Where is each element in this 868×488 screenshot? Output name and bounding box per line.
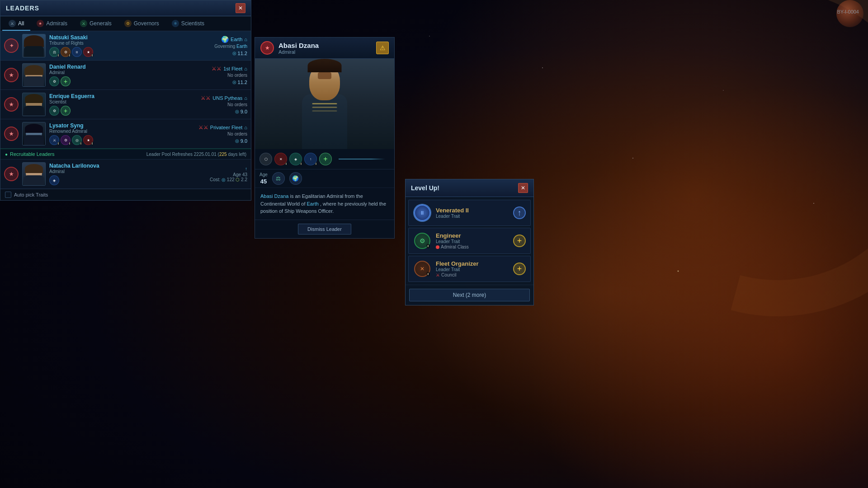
- fleet-organizer-trait-name: Fleet Organizer: [436, 260, 509, 267]
- next-btn-bar: Next (2 more): [406, 285, 533, 305]
- leader-item[interactable]: ★ Daniel Renard Admiral ⚙ + ⚔⚔: [0, 61, 251, 90]
- age-value: 45: [260, 178, 267, 185]
- detail-header: ★ Abasi Dzana Admiral ⚠: [255, 38, 394, 59]
- levelup-close-button[interactable]: ✕: [518, 183, 528, 193]
- levelup-title: Level Up!: [411, 184, 439, 192]
- fleet-organizer-add-button[interactable]: +: [513, 263, 526, 275]
- leader-traits: ⚙ +: [49, 106, 189, 116]
- detail-leader-name: Abasi Dzana: [278, 42, 372, 49]
- leader-name: Daniel Renard: [49, 64, 189, 70]
- leader-traits: ⚖I ⚙I II ★I: [49, 47, 189, 57]
- leader-portrait: [22, 34, 46, 57]
- leaders-tab-bar: ⚔ All ★ Admirals ⚔ Generals ⚙ Governors …: [0, 16, 251, 31]
- fleet-icon: ⚔⚔: [201, 95, 211, 101]
- tab-scientists-label: Scientists: [181, 20, 204, 27]
- leader-item[interactable]: ✦ Natsuki Sasaki Tribune of Rights ⚖I ⚙I…: [0, 31, 251, 61]
- checkbox[interactable]: [5, 192, 11, 198]
- tab-all-label: All: [18, 20, 24, 27]
- venerated-trait-name: Venerated II: [436, 207, 509, 214]
- assignment-sub: No orders: [193, 73, 247, 78]
- engineer-trait-req: Admiral Class: [436, 244, 509, 249]
- tab-scientists[interactable]: ⚛ Scientists: [165, 17, 211, 31]
- trait-icon: ⚙I: [61, 135, 71, 145]
- auto-pick-checkbox[interactable]: Auto pick Traits: [5, 192, 246, 198]
- leader-info: Daniel Renard Admiral ⚙ +: [49, 64, 189, 86]
- governing-label: Governing: [214, 44, 236, 49]
- detail-rank-icon: ★: [260, 41, 274, 55]
- fleet-icon: ⚔⚔: [212, 66, 222, 72]
- engineer-add-button[interactable]: +: [513, 235, 526, 247]
- tab-scientists-icon: ⚛: [172, 20, 179, 27]
- tab-admirals[interactable]: ★ Admirals: [30, 17, 74, 31]
- detail-leader-class: Admiral: [278, 49, 372, 55]
- trait-option-engineer[interactable]: ⚙ I Engineer Leader Trait Admiral Class …: [408, 228, 531, 254]
- leader-info: Lysator Syng Renowned Admiral ⚔I ⚙I ◎I ★…: [49, 122, 189, 145]
- leader-item[interactable]: ★ Lysator Syng Renowned Admiral ⚔I ⚙I ◎I…: [0, 119, 251, 149]
- detail-add-trait-button[interactable]: +: [319, 153, 332, 165]
- tab-governors[interactable]: ⚙ Governors: [118, 17, 165, 31]
- auto-pick-bar: Auto pick Traits: [0, 189, 251, 200]
- fleet-organizer-trait-req: ⚔ Council: [436, 272, 509, 277]
- dismiss-leader-button[interactable]: Dismiss Leader: [298, 224, 351, 235]
- trait-icon: ◎I: [72, 135, 82, 145]
- leader-traits: ⚔I ⚙I ◎I ★I: [49, 135, 189, 145]
- trait-option-venerated[interactable]: II Venerated II Leader Trait ↑: [408, 200, 531, 226]
- trait-icon: ⚙I: [61, 47, 71, 57]
- leader-rank-icon: ★: [4, 127, 19, 141]
- fleet-organizer-trait-info: Fleet Organizer Leader Trait ⚔ Council: [436, 260, 509, 277]
- cost-row: Cost: ◎ 122 ⬡ 2.2: [193, 177, 247, 182]
- fleet-organizer-trait-icon: ✕ I: [413, 260, 431, 278]
- assignment-location: UNS Pytheas: [212, 95, 242, 101]
- leader-portrait: [22, 122, 46, 145]
- leader-item[interactable]: ★ Enrique Esguerra Scientist ⚙ + ⚔⚔: [0, 90, 251, 119]
- venerated-add-button[interactable]: ↑: [513, 206, 526, 219]
- leader-xp: ◎ 11.2: [193, 51, 247, 56]
- assignment-location: 1st Fleet: [223, 66, 242, 71]
- recruit-icon: ↑: [245, 166, 247, 171]
- levelup-panel: Level Up! ✕ II Venerated II Leader Trait…: [405, 179, 534, 305]
- leader-name: Natacha Larilonova: [49, 163, 189, 169]
- add-trait-button[interactable]: +: [61, 76, 71, 86]
- detail-stats-row: Age 45 ⚖ 🌍: [255, 169, 394, 188]
- leader-list: ✦ Natsuki Sasaki Tribune of Rights ⚖I ⚙I…: [0, 31, 251, 149]
- home-icon: ⌂: [244, 125, 247, 130]
- leader-rank-icon: ★: [4, 97, 19, 112]
- venerated-trait-info: Venerated II Leader Trait: [436, 207, 509, 219]
- recruitables-title: ● Recruitable Leaders: [5, 151, 55, 157]
- xp-icon: ◎: [232, 80, 236, 84]
- trait-option-fleet-organizer[interactable]: ✕ I Fleet Organizer Leader Trait ⚔ Counc…: [408, 256, 531, 282]
- stat-balance-icon: ⚖: [272, 172, 285, 185]
- leader-assignment: ⚔⚔ UNS Pytheas ⌂ No orders ◎ 9.0: [193, 95, 247, 114]
- detail-traits-row: ⬡ ✕I ◈I ↑I +: [255, 149, 394, 169]
- add-trait-button[interactable]: +: [61, 106, 71, 116]
- trait-icon: ★I: [83, 135, 93, 145]
- tab-all[interactable]: ⚔ All: [2, 17, 30, 31]
- trait-icon: ⚙: [49, 106, 59, 116]
- trait-icon: II: [72, 47, 82, 57]
- home-icon: ⌂: [244, 66, 247, 71]
- coordinates: BY-I-0004: [837, 9, 859, 14]
- leaders-close-button[interactable]: ✕: [236, 3, 245, 13]
- leader-info: Natsuki Sasaki Tribune of Rights ⚖I ⚙I I…: [49, 34, 189, 57]
- assignment-location: Earth: [231, 37, 242, 42]
- detail-bio: Abasi Dzana is an Egalitarian Admiral fr…: [255, 188, 394, 220]
- xp-icon: ◎: [232, 51, 236, 56]
- leader-portrait: [22, 162, 46, 186]
- leader-class: Renowned Admiral: [49, 129, 189, 134]
- trait-icon: ⚔I: [49, 135, 59, 145]
- leader-portrait: [22, 63, 46, 87]
- auto-pick-label: Auto pick Traits: [14, 192, 48, 197]
- leader-xp: ◎ 11.2: [193, 80, 247, 85]
- bio-world: Earth: [307, 201, 319, 206]
- tab-generals-label: Generals: [90, 20, 112, 27]
- leader-xp: ◎ 9.0: [193, 138, 247, 144]
- fleet-icon: ⚔⚔: [198, 124, 208, 131]
- earth-icon: 🌍: [221, 36, 229, 43]
- age-row: Age 43: [193, 172, 247, 177]
- recruitable-leader-item[interactable]: ★ Natacha Larilonova Admiral ◈ ↑ Age 43 …: [0, 160, 251, 189]
- home-icon: ⌂: [244, 37, 247, 42]
- next-button[interactable]: Next (2 more): [409, 289, 530, 301]
- tab-generals[interactable]: ⚔ Generals: [74, 17, 118, 31]
- portrait-background: [255, 59, 394, 149]
- leaders-title-bar: Leaders ✕: [0, 0, 251, 16]
